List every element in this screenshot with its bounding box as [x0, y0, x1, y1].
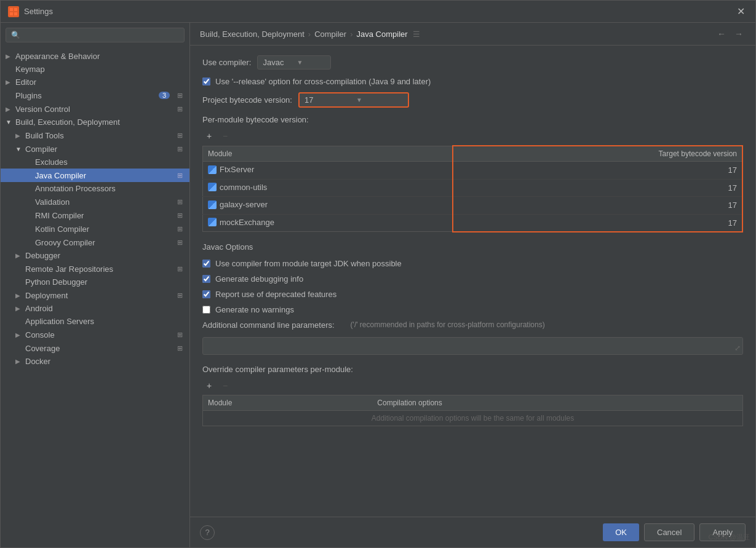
- javac-checkbox-no-warnings[interactable]: [202, 306, 210, 314]
- sidebar-item-compiler[interactable]: ▼ Compiler ⊞: [1, 142, 189, 156]
- javac-checkbox-report-deprecated[interactable]: [202, 290, 210, 298]
- sidebar-item-remote-jar[interactable]: Remote Jar Repositories ⊞: [1, 262, 189, 276]
- additional-params-input[interactable]: [202, 337, 743, 355]
- breadcrumb-item-1[interactable]: Build, Execution, Deployment: [200, 30, 304, 39]
- cross-compilation-checkbox[interactable]: [202, 77, 210, 85]
- sidebar-item-label: Deployment: [25, 291, 172, 300]
- ext-link-icon: ⊞: [175, 343, 185, 353]
- svg-rect-3: [14, 12, 17, 15]
- remove-override-button[interactable]: −: [218, 379, 232, 392]
- cancel-button[interactable]: Cancel: [644, 523, 694, 541]
- close-button[interactable]: ✕: [733, 4, 748, 19]
- arrow-icon: ▶: [6, 106, 15, 113]
- sidebar-item-deployment[interactable]: ▶ Deployment ⊞: [1, 288, 189, 302]
- additional-params-hint: ('/' recommended in paths for cross-plat…: [351, 320, 545, 329]
- sidebar-item-plugins[interactable]: Plugins 3 ⊞: [1, 89, 189, 102]
- app-icon: [8, 6, 19, 17]
- sidebar-item-console[interactable]: ▶ Console ⊞: [1, 328, 189, 341]
- ext-link-icon: ⊞: [175, 224, 185, 234]
- sidebar-item-debugger[interactable]: ▶ Debugger: [1, 249, 189, 262]
- compiler-dropdown[interactable]: Javac ▼: [257, 55, 331, 69]
- search-box[interactable]: 🔍: [6, 28, 185, 42]
- sidebar-item-kotlin-compiler[interactable]: Kotlin Compiler ⊞: [1, 222, 189, 236]
- sidebar-item-appearance[interactable]: ▶ Appearance & Behavior: [1, 50, 189, 63]
- module-version: 17: [453, 179, 742, 197]
- arrow-icon: ▶: [15, 358, 25, 365]
- ext-link-icon: ⊞: [175, 197, 185, 207]
- modules-table: Module Target bytecode version FtxServer…: [202, 145, 743, 232]
- sidebar-item-label: Python Debugger: [25, 277, 185, 287]
- ext-link-icon: ⊞: [175, 144, 185, 154]
- sidebar-item-python-debugger[interactable]: Python Debugger: [1, 276, 189, 288]
- cross-compilation-row: Use '--release' option for cross-compila…: [202, 77, 743, 86]
- module-version: 17: [453, 214, 742, 232]
- override-footer-text: Additional compilation options will be t…: [203, 410, 743, 426]
- module-column-header: Module: [203, 146, 453, 162]
- sidebar-item-build-tools[interactable]: ▶ Build Tools ⊞: [1, 129, 189, 142]
- use-compiler-row: Use compiler: Javac ▼: [202, 55, 743, 69]
- module-version: 17: [453, 197, 742, 215]
- module-folder-icon: [208, 201, 217, 209]
- sidebar-item-build-exec[interactable]: ▼ Build, Execution, Deployment: [1, 116, 189, 129]
- override-params-label: Override compiler parameters per-module:: [202, 365, 743, 374]
- plugins-badge: 3: [159, 92, 170, 99]
- javac-checkbox-gen-debug-info[interactable]: [202, 275, 210, 283]
- javac-checkbox-use-module-target[interactable]: [202, 260, 210, 268]
- breadcrumb-item-3[interactable]: Java Compiler: [357, 30, 408, 39]
- module-name: common-utils: [203, 179, 453, 197]
- ok-button[interactable]: OK: [603, 523, 639, 541]
- sidebar-item-label: Validation: [35, 197, 172, 207]
- sidebar-item-label: Debugger: [25, 251, 185, 260]
- dropdown-arrow-icon: ▼: [296, 59, 325, 66]
- sidebar-item-java-compiler[interactable]: Java Compiler ⊞: [1, 169, 189, 182]
- javac-option-report-deprecated: Report use of deprecated features: [202, 290, 743, 299]
- search-input[interactable]: [23, 31, 179, 39]
- module-folder-icon: [208, 183, 217, 191]
- sidebar-item-keymap[interactable]: Keymap: [1, 63, 189, 76]
- sidebar-item-editor[interactable]: ▶ Editor: [1, 76, 189, 89]
- sidebar-item-docker[interactable]: ▶ Docker: [1, 355, 189, 368]
- add-override-button[interactable]: +: [202, 379, 216, 392]
- sidebar-item-version-control[interactable]: ▶ Version Control ⊞: [1, 102, 189, 116]
- sidebar-item-label: Appearance & Behavior: [15, 52, 185, 61]
- sidebar-item-label: Compiler: [25, 145, 172, 154]
- sidebar-item-label: Remote Jar Repositories: [25, 264, 172, 274]
- nav-back-button[interactable]: ←: [715, 28, 728, 40]
- breadcrumb-item-2[interactable]: Compiler: [314, 30, 346, 39]
- sidebar-item-excludes[interactable]: Excludes: [1, 156, 189, 169]
- breadcrumb-menu-icon[interactable]: ☰: [413, 30, 420, 39]
- sidebar-item-android[interactable]: ▶ Android: [1, 302, 189, 315]
- module-icon: common-utils: [208, 183, 267, 192]
- breadcrumb: Build, Execution, Deployment › Compiler …: [190, 23, 755, 46]
- arrow-icon: ▶: [15, 305, 25, 312]
- sidebar-tree: ▶ Appearance & Behavior Keymap ▶ Editor …: [1, 47, 189, 547]
- cross-compilation-label: Use '--release' option for cross-compila…: [215, 77, 431, 86]
- sidebar-item-rmi-compiler[interactable]: RMI Compiler ⊞: [1, 208, 189, 222]
- additional-params-label: Additional command line parameters:: [202, 320, 335, 330]
- javac-option-use-module-target: Use compiler from module target JDK when…: [202, 259, 743, 268]
- sidebar-item-coverage[interactable]: Coverage ⊞: [1, 341, 189, 355]
- add-module-button[interactable]: +: [202, 129, 216, 143]
- bytecode-version-dropdown[interactable]: 17 ▼: [298, 92, 409, 108]
- sidebar-item-validation[interactable]: Validation ⊞: [1, 195, 189, 208]
- arrow-icon: ▶: [15, 132, 25, 139]
- per-module-label: Per-module bytecode version:: [202, 115, 743, 124]
- svg-rect-1: [14, 8, 17, 11]
- remove-module-button[interactable]: −: [218, 129, 232, 143]
- arrow-icon: ▶: [15, 332, 25, 338]
- sidebar-item-label: Android: [25, 304, 185, 313]
- expand-icon[interactable]: ⤢: [734, 344, 741, 352]
- sidebar-item-groovy-compiler[interactable]: Groovy Compiler ⊞: [1, 236, 189, 249]
- sidebar-item-app-servers[interactable]: Application Servers: [1, 315, 189, 328]
- sidebar-item-label: Groovy Compiler: [35, 238, 172, 247]
- additional-params-row: Additional command line parameters: ('/'…: [202, 320, 743, 330]
- nav-forward-button[interactable]: →: [732, 28, 746, 40]
- arrow-icon: ▼: [6, 119, 15, 125]
- module-folder-icon: [208, 218, 217, 226]
- sidebar-item-label: Console: [25, 330, 172, 340]
- help-button[interactable]: ?: [200, 525, 215, 540]
- use-compiler-label: Use compiler:: [202, 58, 251, 67]
- sidebar-item-annotation-processors[interactable]: Annotation Processors: [1, 182, 189, 195]
- sidebar-item-label: Excludes: [35, 157, 185, 167]
- override-table: Module Compilation options Additional co…: [202, 395, 743, 426]
